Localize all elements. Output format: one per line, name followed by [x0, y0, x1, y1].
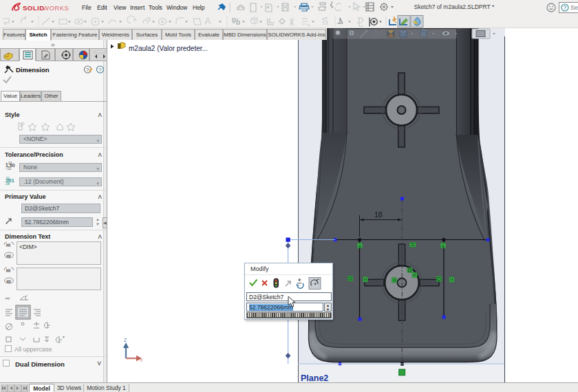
svg-text:SOLID: SOLID	[23, 4, 45, 12]
svg-text:?: ?	[98, 67, 102, 73]
svg-text:xx: xx	[6, 243, 10, 247]
svg-text:X: X	[140, 358, 143, 362]
svg-text:m2aula2 (Valor predeter...: m2aula2 (Valor predeter...	[129, 45, 208, 52]
svg-text:WORKS: WORKS	[43, 4, 69, 12]
svg-text:xx: xx	[6, 268, 10, 272]
svg-text:xx: xx	[7, 279, 11, 283]
svg-text:18: 18	[374, 210, 383, 219]
svg-text:Plane2: Plane2	[301, 373, 328, 382]
svg-text:Z: Z	[124, 338, 127, 342]
svg-text:xx: xx	[7, 254, 11, 258]
svg-text:?: ?	[564, 4, 567, 11]
svg-text:?: ?	[86, 67, 89, 73]
